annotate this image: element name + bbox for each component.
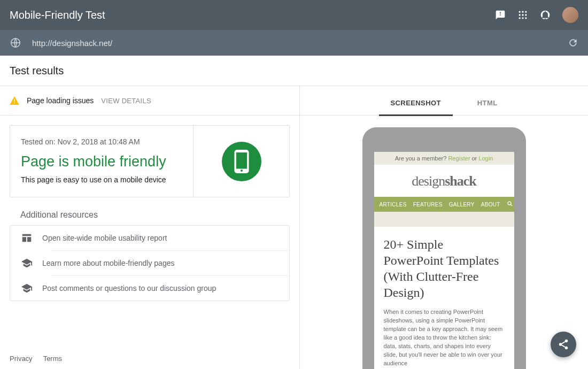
- svg-rect-14: [236, 152, 246, 168]
- preview-logo: designshack: [374, 165, 514, 197]
- app-title: Mobile-Friendly Test: [10, 9, 495, 21]
- preview-article-body: When it comes to creating PowerPoint sli…: [384, 308, 505, 368]
- preview-article: 20+ Simple PowerPoint Templates (With Cl…: [374, 227, 514, 368]
- preview-member-text: Are you a member?: [395, 155, 448, 162]
- preview-article-title: 20+ Simple PowerPoint Templates (With Cl…: [384, 236, 505, 301]
- mobile-friendly-badge: [222, 142, 261, 181]
- graduation-icon: [21, 282, 33, 294]
- tab-html[interactable]: HTML: [475, 95, 500, 116]
- privacy-link[interactable]: Privacy: [10, 355, 33, 363]
- svg-point-19: [565, 347, 568, 350]
- preview-nav-item: GALLERY: [449, 202, 475, 207]
- svg-point-5: [525, 14, 527, 16]
- resource-learn-more[interactable]: Learn more about mobile-friendly pages: [10, 251, 289, 275]
- issues-bar: Page loading issues VIEW DETAILS: [0, 86, 299, 116]
- preview-register-link: Register: [448, 155, 470, 162]
- svg-point-17: [565, 340, 568, 343]
- svg-point-7: [522, 17, 523, 19]
- tab-screenshot[interactable]: SCREENSHOT: [389, 95, 443, 116]
- resource-discussion[interactable]: Post comments or questions to our discus…: [10, 276, 289, 301]
- svg-point-15: [240, 169, 242, 171]
- left-panel: Page loading issues VIEW DETAILS Tested …: [0, 86, 300, 369]
- resource-label: Open site-wide mobile usability report: [42, 234, 167, 242]
- svg-point-0: [519, 11, 521, 13]
- svg-point-4: [522, 14, 523, 16]
- preview-nav: ARTICLES FEATURES GALLERY ABOUT: [374, 197, 514, 212]
- feedback-icon[interactable]: [495, 10, 506, 20]
- device-screen: Are you a member? Register or Login desi…: [374, 152, 514, 369]
- share-button[interactable]: [551, 332, 576, 357]
- reload-icon[interactable]: [568, 37, 578, 48]
- preview-tabs: SCREENSHOT HTML: [300, 86, 588, 116]
- result-title: Page is mobile friendly: [21, 153, 182, 170]
- warning-icon: [10, 96, 19, 105]
- app-header: Mobile-Friendly Test: [0, 0, 588, 30]
- web-icon: [21, 232, 33, 244]
- page-title: Test results: [0, 56, 588, 86]
- resources-heading: Additional resources: [0, 207, 299, 225]
- svg-rect-11: [14, 99, 14, 102]
- globe-icon: [10, 37, 21, 49]
- graduation-icon: [21, 257, 33, 269]
- resources-list: Open site-wide mobile usability report L…: [10, 225, 290, 301]
- avatar[interactable]: [562, 7, 578, 23]
- search-icon: [507, 201, 513, 208]
- notifications-icon[interactable]: [540, 10, 551, 20]
- right-panel: SCREENSHOT HTML Are you a member? Regist…: [300, 86, 588, 369]
- preview-nav-item: FEATURES: [413, 202, 443, 207]
- resource-usability-report[interactable]: Open site-wide mobile usability report: [10, 226, 289, 250]
- resource-label: Learn more about mobile-friendly pages: [42, 259, 174, 267]
- result-subtitle: This page is easy to use on a mobile dev…: [21, 175, 182, 184]
- svg-point-16: [508, 202, 511, 205]
- share-icon: [558, 339, 569, 350]
- svg-point-3: [519, 14, 521, 16]
- preview-login-link: Login: [478, 155, 493, 162]
- svg-rect-12: [14, 103, 14, 103]
- url-bar: [0, 30, 588, 56]
- resource-label: Post comments or questions to our discus…: [42, 284, 216, 293]
- preview-nav-item: ABOUT: [481, 202, 500, 207]
- apps-icon[interactable]: [517, 10, 528, 20]
- header-actions: [495, 7, 578, 23]
- terms-link[interactable]: Terms: [43, 355, 62, 363]
- phone-icon: [234, 150, 250, 173]
- preview-nav-item: ARTICLES: [380, 202, 407, 207]
- svg-point-2: [525, 11, 527, 13]
- tested-on-label: Tested on: Nov 2, 2018 at 10:48 AM: [21, 137, 182, 146]
- result-card: Tested on: Nov 2, 2018 at 10:48 AM Page …: [10, 125, 290, 197]
- svg-point-8: [525, 17, 527, 19]
- view-details-button[interactable]: VIEW DETAILS: [101, 97, 151, 105]
- url-input[interactable]: [32, 39, 568, 48]
- svg-point-18: [559, 343, 562, 346]
- issues-text: Page loading issues: [27, 96, 94, 105]
- svg-point-6: [519, 17, 521, 19]
- svg-point-1: [522, 11, 523, 13]
- device-frame: Are you a member? Register or Login desi…: [362, 127, 526, 369]
- footer-links: Privacy Terms: [10, 355, 62, 363]
- preview-topstrip: Are you a member? Register or Login: [374, 152, 514, 165]
